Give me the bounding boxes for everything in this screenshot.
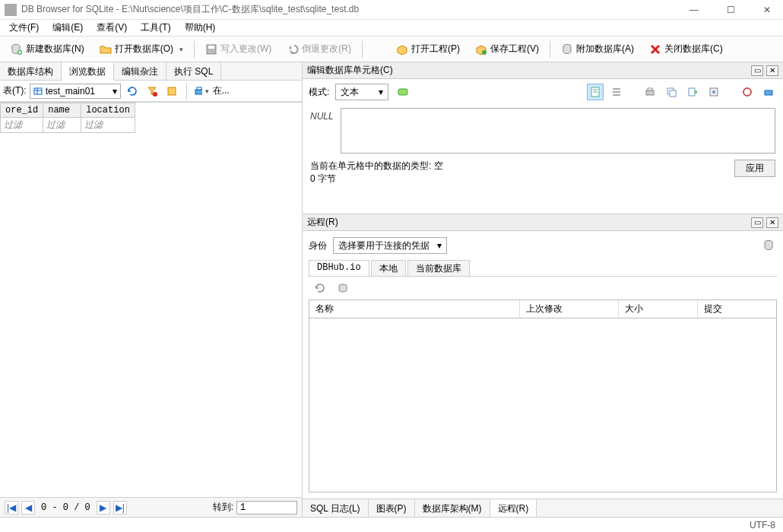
apply-button[interactable]: 应用: [734, 160, 775, 177]
tab-structure[interactable]: 数据库结构: [0, 62, 62, 80]
maximize-button[interactable]: ☐: [719, 5, 742, 15]
remote-tab-local[interactable]: 本地: [371, 260, 406, 276]
mode-select[interactable]: 文本 ▾: [335, 84, 388, 100]
svg-point-27: [743, 88, 751, 96]
svg-rect-6: [34, 88, 42, 94]
remote-tabs: DBHub.io 本地 当前数据库: [309, 260, 777, 277]
menu-edit[interactable]: 编辑(E): [46, 20, 89, 36]
remote-tab-current[interactable]: 当前数据库: [407, 260, 470, 276]
remote-table-body[interactable]: [309, 318, 776, 492]
null-button[interactable]: [739, 84, 756, 100]
cell-editor-toolbar: 模式: 文本 ▾: [303, 79, 783, 105]
identity-select[interactable]: 选择要用于连接的凭据 ▾: [333, 237, 447, 254]
dock-close-button[interactable]: ✕: [766, 65, 778, 76]
minimize-button[interactable]: —: [683, 5, 705, 15]
open-project-button[interactable]: 打开工程(P): [389, 40, 467, 59]
nav-last-button[interactable]: ▶|: [113, 501, 127, 515]
import-cell-button[interactable]: [705, 84, 722, 100]
quick-find-button[interactable]: 在...: [213, 83, 230, 100]
svg-rect-28: [765, 90, 772, 95]
null-marker: NULL: [310, 108, 333, 154]
cell-textarea[interactable]: [341, 108, 775, 154]
cell-editor-panel: 编辑数据库单元格(C) ▭ ✕ 模式: 文本 ▾: [303, 62, 783, 214]
remote-panel: 远程(R) ▭ ✕ 身份 选择要用于连接的凭据 ▾ DBHub.io 本地 当前…: [303, 214, 783, 499]
page-lines-button[interactable]: [608, 84, 625, 100]
svg-point-26: [712, 90, 715, 93]
table-select[interactable]: test_main01 ▾: [30, 84, 121, 99]
menu-file[interactable]: 文件(F): [3, 20, 45, 36]
revert-changes-button[interactable]: 倒退更改(R): [280, 40, 358, 59]
remote-col-commit[interactable]: 提交: [698, 300, 776, 318]
cell-type-info: 当前在单元格中的数据的类型: 空 0 字节: [310, 160, 443, 185]
export-cell-button[interactable]: [684, 84, 701, 100]
dock-float-button[interactable]: ▭: [751, 65, 763, 76]
svg-rect-20: [646, 90, 654, 95]
database-plus-icon: [11, 43, 23, 55]
col-header[interactable]: ore_id: [1, 103, 43, 118]
remote-title: 远程(R): [307, 216, 751, 229]
dock-close-button[interactable]: ✕: [766, 217, 778, 228]
print-cell-button[interactable]: [642, 84, 658, 100]
save-project-button[interactable]: 保存工程(V): [468, 40, 546, 59]
close-database-button[interactable]: 关闭数据库(C): [642, 40, 730, 59]
remote-col-size[interactable]: 大小: [619, 300, 698, 318]
identity-value: 选择要用于连接的凭据: [338, 239, 430, 252]
dock-float-button[interactable]: ▭: [751, 217, 763, 228]
tab-remote[interactable]: 远程(R): [490, 499, 537, 517]
copy-cell-button[interactable]: [663, 84, 680, 100]
remote-col-name[interactable]: 名称: [309, 300, 520, 318]
svg-rect-23: [670, 90, 676, 97]
close-window-button[interactable]: ✕: [756, 5, 778, 15]
menu-view[interactable]: 查看(V): [90, 20, 133, 36]
data-grid-scroll[interactable]: ore_id name location 过滤 过滤 过滤: [0, 102, 302, 497]
tab-plot[interactable]: 图表(P): [369, 499, 415, 517]
browse-toolbar: 表(T): test_main01 ▾ 在...: [0, 81, 302, 102]
refresh-button[interactable]: [124, 83, 141, 100]
write-changes-button[interactable]: 写入更改(W): [198, 40, 278, 59]
header-row: ore_id name location: [1, 103, 135, 118]
col-header[interactable]: name: [43, 103, 81, 118]
tab-pragmas[interactable]: 编辑杂注: [114, 62, 166, 80]
chevron-down-icon: ▾: [437, 240, 442, 251]
remote-push-button[interactable]: [760, 237, 777, 254]
filter-cell[interactable]: 过滤: [1, 118, 43, 133]
print2-button[interactable]: [760, 84, 777, 100]
svg-rect-3: [208, 46, 214, 49]
toolbar-separator: [550, 41, 550, 58]
left-panel: 数据库结构 浏览数据 编辑杂注 执行 SQL 表(T): test_main01…: [0, 62, 303, 517]
remote-tab-dbhub[interactable]: DBHub.io: [309, 260, 369, 276]
nav-first-button[interactable]: |◀: [5, 501, 18, 515]
remote-col-modified[interactable]: 上次修改: [520, 300, 619, 318]
nav-prev-button[interactable]: ◀: [21, 501, 35, 515]
tab-sql-log[interactable]: SQL 日志(L): [303, 499, 369, 517]
mode-label: 模式:: [309, 86, 329, 99]
remote-refresh-button[interactable]: [312, 280, 328, 296]
page-text-button[interactable]: [587, 84, 604, 100]
new-database-button[interactable]: 新建数据库(N): [4, 40, 91, 59]
tab-browse[interactable]: 浏览数据: [62, 62, 114, 81]
tab-schema[interactable]: 数据库架构(M): [415, 499, 490, 517]
open-database-button[interactable]: 打开数据库(O): [93, 40, 190, 59]
remote-identity-bar: 身份 选择要用于连接的凭据 ▾: [303, 231, 783, 260]
database-attach-icon: [561, 43, 573, 55]
autoswitch-button[interactable]: [395, 84, 411, 100]
toolbar-separator: [186, 83, 187, 100]
window-title: DB Browser for SQLite - E:\Nut\science\项…: [21, 3, 683, 16]
goto-input[interactable]: [236, 501, 297, 515]
nav-next-button[interactable]: ▶: [97, 501, 110, 515]
filter-cell[interactable]: 过滤: [81, 118, 135, 133]
col-header[interactable]: location: [81, 103, 135, 118]
remote-db-button[interactable]: [334, 280, 351, 296]
folder-open-icon: [100, 43, 112, 55]
filter-clear-button[interactable]: [144, 83, 160, 100]
menu-help[interactable]: 帮助(H): [179, 20, 222, 36]
tab-sql[interactable]: 执行 SQL: [166, 62, 221, 80]
save-filter-button[interactable]: [163, 83, 180, 100]
filter-cell[interactable]: 过滤: [43, 118, 81, 133]
attach-database-label: 附加数据库(A): [576, 43, 634, 55]
remote-sub-toolbar: [303, 277, 783, 299]
menu-tools[interactable]: 工具(T): [135, 20, 176, 36]
close-database-label: 关闭数据库(C): [664, 43, 723, 55]
attach-database-button[interactable]: 附加数据库(A): [554, 40, 641, 59]
print-button[interactable]: [193, 83, 210, 100]
